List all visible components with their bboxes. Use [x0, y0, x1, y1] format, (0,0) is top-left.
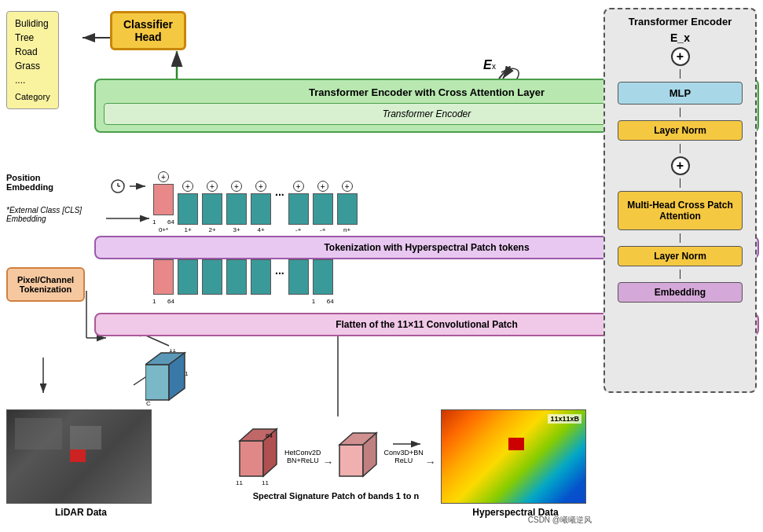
t3-plus: + [231, 181, 242, 192]
token-n1: + -+ [288, 181, 309, 233]
category-label: Category [15, 90, 50, 104]
t2-plus: + [207, 181, 218, 192]
te-line-2 [680, 108, 680, 117]
category-tree: Tree [15, 31, 50, 45]
tn-plus: + [342, 181, 353, 192]
te-line-5 [680, 233, 680, 243]
t1-plus: + [182, 181, 193, 192]
te-plus-top: + [671, 47, 690, 66]
token-2: + 2+ [202, 181, 222, 233]
svg-marker-45 [339, 445, 363, 476]
token-n2: + -+ [313, 181, 333, 233]
svg-text:11: 11 [185, 370, 189, 377]
lidar-section: LiDAR Data [6, 409, 156, 518]
lidar-image [6, 409, 152, 504]
te-ex-out: E_x [611, 31, 749, 44]
3d-cube: C 11 11 [145, 349, 189, 410]
te-line-4 [680, 178, 680, 188]
token-n: + n+ [337, 181, 358, 233]
svg-text:11: 11 [169, 349, 176, 354]
spectral-area: 11 11 64 HetConv2DBN+ReLU → Conv3D+BNReL… [236, 425, 436, 501]
svg-text:C: C [146, 400, 151, 407]
output-cube-svg [336, 425, 383, 488]
tn1-plus: + [293, 181, 304, 192]
category-road: Road [15, 45, 50, 59]
hsi-image: 11x11xB [441, 409, 586, 504]
patch-token-3 [226, 259, 247, 295]
patch-token-2 [202, 259, 222, 295]
tn2-plus: + [317, 181, 328, 192]
position-embedding-label: PositionEmbedding [6, 173, 53, 192]
pixel-channel-box: Pixel/Channel Tokenization [6, 267, 85, 302]
category-grass: Grass [15, 59, 50, 73]
spectral-cube-svg: 11 11 64 [236, 425, 283, 488]
svg-text:11: 11 [236, 479, 243, 486]
patch-token-n1 [288, 259, 309, 295]
external-class-label: *External Class [CLS]Embedding [6, 206, 82, 223]
classifier-head: ClassifierHead [110, 11, 186, 50]
pixel-channel-label: Pixel/Channel Tokenization [17, 275, 74, 294]
token-dots-1: ··· [275, 189, 284, 217]
svg-point-6 [112, 180, 124, 193]
patch-token-1 [178, 259, 198, 295]
te-multihead: Multi-Head Cross Patch Attention [618, 191, 743, 230]
watermark: CSDN @曦曦逆风 [528, 515, 592, 526]
token-1: + 1+ [178, 181, 198, 233]
lidar-label: LiDAR Data [6, 507, 156, 518]
svg-marker-33 [145, 365, 169, 400]
te-detail-title: Transformer Encoder [611, 16, 749, 28]
token-4: + 4+ [251, 181, 271, 233]
spectral-label: Spectral Signature Patch of bands 1 to n [236, 491, 436, 501]
tokens-row: + 1 64 0+* + 1+ + 2+ + 3+ + 4+ · [153, 171, 590, 233]
cls-patch-token: 1 64 [153, 259, 174, 295]
te-layer-norm-1: Layer Norm [618, 120, 743, 141]
conv3d-label: Conv3D+BNReLU [384, 449, 424, 488]
token-3: + 3+ [226, 181, 247, 233]
cls-token: + 1 64 0+* [153, 171, 174, 233]
te-line-1 [680, 69, 680, 79]
cube-svg: C 11 11 [145, 349, 189, 408]
svg-text:x: x [492, 62, 496, 71]
te-embedding: Embedding [618, 282, 743, 303]
svg-text:E: E [483, 58, 493, 72]
cls-plus: + [158, 171, 169, 182]
te-mlp: MLP [618, 82, 743, 105]
te-layer-norm-2: Layer Norm [618, 246, 743, 266]
hetconv-label: HetConv2DBN+ReLU [284, 449, 321, 488]
patch-token-4 [251, 259, 271, 295]
patch-tokens-row: 1 64 ··· 1 64 [153, 259, 590, 295]
classifier-head-label: ClassifierHead [123, 18, 173, 43]
te-line-3 [680, 144, 680, 153]
category-box: Buliding Tree Road Grass .... Category [6, 11, 59, 109]
lidar-red-patch [70, 449, 86, 462]
svg-text:64: 64 [266, 432, 273, 439]
tokenization-label: Tokenization with Hyperspectral Patch to… [324, 242, 529, 253]
category-building: Buliding [15, 17, 50, 31]
patch-token-n: 1 64 [313, 259, 333, 295]
patch-dots: ··· [275, 267, 284, 288]
svg-text:11: 11 [262, 479, 269, 486]
te-line-6 [680, 270, 680, 279]
flatten-label: Flatten of the 11×11 Convolutional Patch [336, 319, 518, 330]
te-plus-mid: + [671, 156, 690, 175]
category-dots: .... [15, 73, 50, 87]
transformer-encoder-detail: Transformer Encoder E_x + MLP Layer Norm… [603, 8, 757, 393]
t4-plus: + [255, 181, 266, 192]
hsi-size-label: 11x11xB [548, 414, 581, 424]
svg-marker-39 [240, 441, 263, 476]
main-container: E x Buliding Tree Road Grass .... Catego… [0, 0, 763, 532]
hyperspectral-section: 11x11xB Hyperspectral Data [441, 409, 590, 518]
